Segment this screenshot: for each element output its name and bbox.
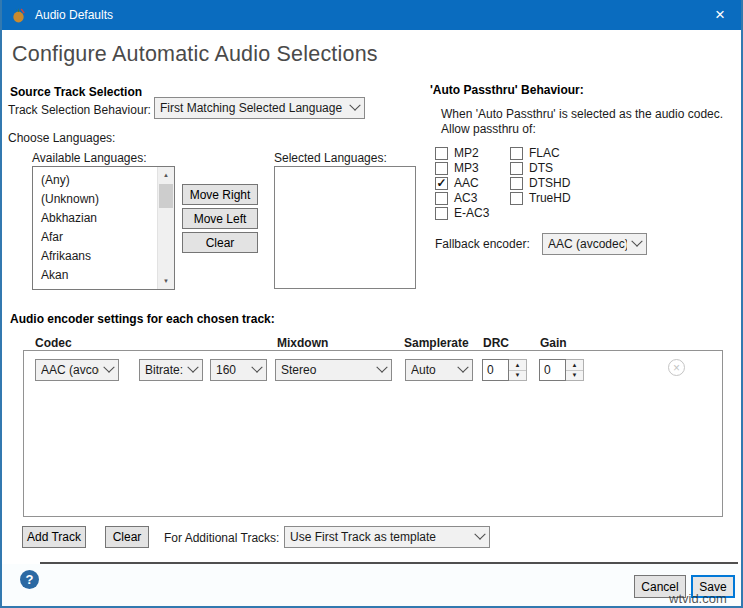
- auto-passthru-section-title: 'Auto Passthru' Behaviour:: [430, 83, 584, 97]
- passthru-option-ac3[interactable]: AC3: [435, 191, 477, 205]
- auto-passthru-description-line1: When 'Auto Passthru' is selected as the …: [441, 107, 723, 121]
- passthru-option-mp2[interactable]: MP2: [435, 146, 479, 160]
- auto-passthru-description-line2: Allow passthru of:: [441, 122, 536, 136]
- selected-languages-list[interactable]: [274, 166, 416, 289]
- list-item[interactable]: Akan: [33, 265, 157, 284]
- clear-languages-button[interactable]: Clear: [182, 232, 258, 253]
- checkbox-label: MP2: [454, 146, 479, 160]
- source-track-section-title: Source Track Selection: [10, 85, 142, 99]
- checkbox[interactable]: ✓: [435, 177, 448, 190]
- gain-column-header: Gain: [540, 336, 567, 350]
- additional-tracks-select[interactable]: Use First Track as template: [284, 526, 490, 548]
- handbrake-app-icon: [11, 7, 27, 23]
- choose-languages-label: Choose Languages:: [8, 131, 115, 145]
- clear-tracks-button[interactable]: Clear: [105, 526, 149, 548]
- track-samplerate-value: Auto: [411, 363, 453, 377]
- help-icon[interactable]: ?: [20, 570, 39, 589]
- track-gain-stepper[interactable]: 0 ▲ ▼: [539, 359, 584, 381]
- move-left-button[interactable]: Move Left: [182, 208, 258, 229]
- additional-tracks-label: For Additional Tracks:: [164, 531, 279, 545]
- track-bitrate-mode-select[interactable]: Bitrate:: [139, 359, 203, 381]
- drc-column-header: DRC: [483, 336, 509, 350]
- track-selection-behaviour-value: First Matching Selected Language: [160, 101, 345, 115]
- codec-column-header: Codec: [35, 336, 72, 350]
- checkbox[interactable]: [510, 147, 523, 160]
- available-languages-list[interactable]: (Any) (Unknown) Abkhazian Afar Afrikaans…: [32, 166, 175, 290]
- chevron-down-icon: [103, 362, 114, 373]
- checkbox[interactable]: [510, 192, 523, 205]
- track-codec-select[interactable]: AAC (avcodec: [35, 359, 119, 381]
- passthru-option-aac[interactable]: ✓ AAC: [435, 176, 479, 190]
- list-item[interactable]: Afrikaans: [33, 246, 157, 265]
- page-title: Configure Automatic Audio Selections: [12, 42, 378, 67]
- watermark: wtvid.com: [669, 591, 727, 606]
- chevron-down-icon: [187, 362, 198, 373]
- available-languages-label: Available Languages:: [32, 151, 147, 165]
- track-bitrate-mode-value: Bitrate:: [145, 363, 183, 377]
- checkbox-label: FLAC: [529, 146, 560, 160]
- scroll-down-icon[interactable]: ▼: [158, 273, 174, 289]
- spin-up-icon[interactable]: ▲: [566, 360, 583, 371]
- track-bitrate-select[interactable]: 160: [210, 359, 267, 381]
- checkbox-label: TrueHD: [529, 191, 571, 205]
- checkbox-label: AAC: [454, 176, 479, 190]
- audio-defaults-dialog: Audio Defaults × Configure Automatic Aud…: [0, 0, 743, 608]
- passthru-option-mp3[interactable]: MP3: [435, 161, 479, 175]
- track-bitrate-value: 160: [216, 363, 247, 377]
- checkbox-label: MP3: [454, 161, 479, 175]
- chevron-down-icon: [376, 362, 387, 373]
- list-item[interactable]: (Any): [33, 170, 157, 189]
- footer-separator: [40, 562, 738, 564]
- checkbox[interactable]: [435, 192, 448, 205]
- passthru-option-flac[interactable]: FLAC: [510, 146, 560, 160]
- samplerate-column-header: Samplerate: [404, 336, 469, 350]
- checkbox[interactable]: [435, 162, 448, 175]
- checkbox-label: AC3: [454, 191, 477, 205]
- spin-up-icon[interactable]: ▲: [509, 360, 526, 371]
- track-drc-value[interactable]: 0: [482, 359, 509, 381]
- track-selection-behaviour-select[interactable]: First Matching Selected Language: [154, 97, 365, 119]
- track-samplerate-select[interactable]: Auto: [405, 359, 473, 381]
- list-item[interactable]: Afar: [33, 227, 157, 246]
- chevron-down-icon: [349, 100, 360, 111]
- checkbox[interactable]: [510, 177, 523, 190]
- window-title: Audio Defaults: [35, 8, 113, 22]
- additional-tracks-value: Use First Track as template: [290, 530, 470, 544]
- scroll-up-icon[interactable]: ▲: [158, 167, 174, 183]
- list-item[interactable]: (Unknown): [33, 189, 157, 208]
- scrollbar[interactable]: ▲ ▼: [157, 167, 174, 289]
- track-codec-value: AAC (avcodec: [41, 363, 99, 377]
- track-gain-value[interactable]: 0: [539, 359, 566, 381]
- chevron-down-icon: [631, 236, 642, 247]
- mixdown-column-header: Mixdown: [277, 336, 328, 350]
- fallback-encoder-value: AAC (avcodec): [548, 237, 627, 251]
- track-mixdown-value: Stereo: [281, 363, 372, 377]
- checkbox-label: DTSHD: [529, 176, 570, 190]
- fallback-encoder-label: Fallback encoder:: [435, 237, 530, 251]
- passthru-option-dtshd[interactable]: DTSHD: [510, 176, 570, 190]
- list-item[interactable]: Abkhazian: [33, 208, 157, 227]
- chevron-down-icon: [251, 362, 262, 373]
- checkbox-label: E-AC3: [454, 206, 489, 220]
- close-icon[interactable]: ×: [697, 0, 743, 30]
- selected-languages-label: Selected Languages:: [274, 151, 387, 165]
- passthru-option-eac3[interactable]: E-AC3: [435, 206, 489, 220]
- checkbox[interactable]: [435, 147, 448, 160]
- passthru-option-truehd[interactable]: TrueHD: [510, 191, 571, 205]
- remove-track-icon[interactable]: ×: [668, 359, 685, 376]
- add-track-button[interactable]: Add Track: [22, 526, 86, 548]
- chevron-down-icon: [457, 362, 468, 373]
- track-mixdown-select[interactable]: Stereo: [275, 359, 392, 381]
- checkbox-label: DTS: [529, 161, 553, 175]
- checkbox[interactable]: [510, 162, 523, 175]
- passthru-option-dts[interactable]: DTS: [510, 161, 553, 175]
- spin-down-icon[interactable]: ▼: [509, 371, 526, 381]
- fallback-encoder-select[interactable]: AAC (avcodec): [542, 233, 647, 255]
- track-drc-stepper[interactable]: 0 ▲ ▼: [482, 359, 527, 381]
- scrollbar-thumb[interactable]: [159, 184, 173, 208]
- checkbox[interactable]: [435, 207, 448, 220]
- spin-down-icon[interactable]: ▼: [566, 371, 583, 381]
- track-selection-behaviour-label: Track Selection Behaviour:: [8, 103, 151, 117]
- footer: [2, 564, 741, 606]
- move-right-button[interactable]: Move Right: [182, 184, 258, 205]
